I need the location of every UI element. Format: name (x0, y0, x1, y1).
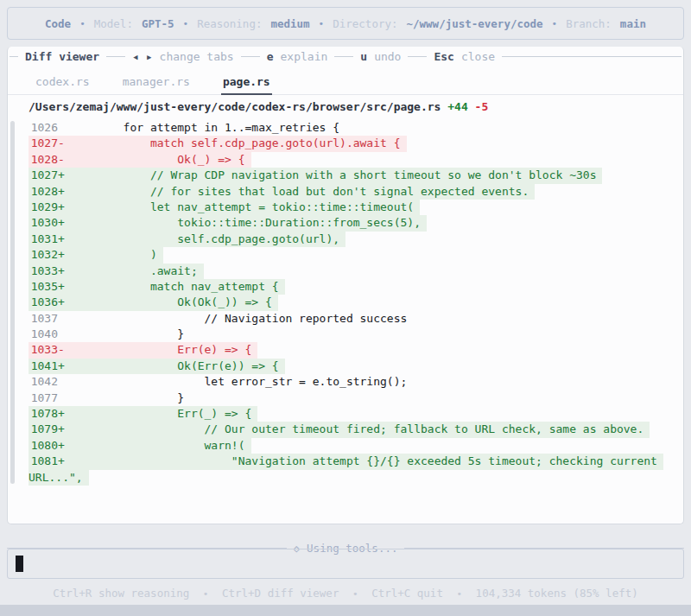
code-text: match self.cdp_page.goto(url).await { (69, 137, 401, 149)
code-text: .await; (69, 264, 198, 277)
line-number: 1032 (29, 247, 58, 263)
diff-viewer-title: Diff viewer (25, 50, 99, 63)
code-text: let nav_attempt = tokio::time::timeout( (69, 200, 414, 213)
file-path: /Users/zemaj/www/just-every/code/codex-r… (29, 100, 441, 113)
diff-line: 1029+ let nav_attempt = tokio::time::tim… (8, 200, 683, 215)
bullet-separator-icon: • (449, 588, 469, 600)
line-number: 1078 (29, 406, 58, 422)
border-dash (502, 56, 681, 57)
diff-line: 1037 // Navigation reported success (8, 311, 683, 327)
code-text: let error_str = e.to_string(); (69, 375, 407, 388)
border-dash (408, 56, 427, 57)
code-text: Ok(Ok(_)) => { (69, 295, 272, 308)
line-number: 1026 (29, 120, 58, 136)
border-dash (106, 56, 125, 57)
diff-sign: - (58, 342, 69, 358)
diff-sign: + (58, 264, 69, 279)
file-path-header: /Users/zemaj/www/just-every/code/codex-r… (8, 95, 683, 113)
code-text: URL...", (29, 471, 83, 484)
diff-viewer-panel: Diff viewer ◂ ▸ change tabs e explain u … (7, 47, 684, 524)
diff-line: 1081+ "Navigation attempt {}/{} exceeded… (8, 454, 683, 469)
tab-codex-rs[interactable]: codex.rs (34, 75, 92, 95)
line-number: 1080 (29, 438, 58, 454)
file-tabbar: codex.rs manager.rs page.rs (8, 66, 683, 95)
bullet-separator-icon: • (346, 588, 365, 600)
tab-manager-rs[interactable]: manager.rs (121, 75, 192, 95)
line-number: 1030 (29, 215, 58, 231)
bullet-separator-icon: • (319, 18, 325, 29)
diff-line: 1027- match self.cdp_page.goto(url).awai… (8, 136, 683, 151)
border-dash (10, 56, 18, 57)
change-tabs-key-icon: ◂ ▸ (132, 50, 152, 63)
code-text: Ok(Err(e)) => { (69, 359, 279, 372)
esc-key: Esc (434, 50, 453, 63)
line-number: 1031 (29, 232, 58, 247)
bullet-separator-icon: • (79, 18, 86, 29)
diff-line: 1036+ Ok(Ok(_)) => { (8, 295, 683, 310)
line-number: 1042 (29, 374, 58, 390)
show-reasoning-hint: Ctrl+R show reasoning (53, 587, 189, 600)
line-number: 1035 (29, 279, 58, 295)
diff-line: 1042 let error_str = e.to_string(); (8, 374, 683, 390)
line-number: 1081 (29, 454, 58, 469)
reasoning-label: Reasoning: (197, 17, 262, 30)
bullet-separator-icon: • (183, 18, 189, 29)
code-text: Ok(_) => { (69, 153, 245, 166)
explain-key: e (267, 50, 274, 63)
code-text: match nav_attempt { (69, 280, 279, 293)
diff-line: 1028+ // for sites that load but don't s… (8, 184, 683, 200)
diff-line: 1079+ // Our outer timeout fired; fallba… (8, 422, 683, 437)
code-text: self.cdp_page.goto(url), (69, 232, 339, 245)
line-number: 1028 (29, 152, 58, 168)
diff-line: 1078+ Err(_) => { (8, 406, 683, 422)
diff-line: 1031+ self.cdp_page.goto(url), (8, 232, 683, 247)
close-hint: close (461, 50, 495, 63)
line-number: 1027 (29, 168, 58, 183)
line-number: 1029 (29, 200, 58, 215)
diff-line: 1026 for attempt in 1..=max_retries { (8, 120, 683, 136)
tab-page-rs[interactable]: page.rs (221, 75, 272, 95)
diff-sign: + (58, 406, 69, 422)
bullet-separator-icon: • (196, 588, 216, 600)
text-cursor (16, 556, 23, 572)
directory-value: ~/www/just-every/code (407, 17, 543, 30)
diff-sign: - (58, 152, 69, 168)
line-number: 1077 (29, 391, 58, 406)
border-dash (241, 56, 260, 57)
token-usage: 104,334 tokens (85% left) (476, 587, 638, 600)
diff-sign: + (58, 295, 69, 310)
directory-label: Directory: (333, 17, 397, 30)
undo-hint: undo (374, 50, 401, 63)
code-text: tokio::time::Duration::from_secs(5), (69, 216, 421, 229)
code-text: Err(e) => { (69, 343, 251, 356)
diff-sign: + (58, 200, 69, 215)
diff-sign: - (58, 136, 69, 151)
line-number: 1041 (29, 359, 58, 374)
quit-hint: Ctrl+C quit (371, 587, 443, 600)
message-input[interactable] (7, 549, 684, 579)
code-text: warn!( (69, 439, 245, 452)
code-text: // Our outer timeout fired; fallback to … (69, 422, 643, 435)
bullet-separator-icon: • (552, 18, 558, 29)
diff-viewer-titlebar: Diff viewer ◂ ▸ change tabs e explain u … (8, 47, 683, 66)
line-number: 1033 (29, 342, 58, 358)
line-number: 1027 (29, 136, 58, 151)
app-name: Code (45, 17, 71, 30)
diff-sign: + (58, 279, 69, 295)
line-number: 1037 (29, 311, 58, 327)
diff-viewer-hint: Ctrl+D diff viewer (222, 587, 339, 600)
diff-line: 1035+ match nav_attempt { (8, 279, 683, 295)
diff-sign: + (58, 168, 69, 183)
diff-sign: + (58, 247, 69, 263)
undo-key: u (360, 50, 367, 63)
footer-hints: Ctrl+R show reasoning • Ctrl+D diff view… (0, 587, 691, 600)
code-text: // Navigation reported success (69, 312, 407, 325)
diff-line: 1040 } (8, 327, 683, 342)
line-number: 1033 (29, 264, 58, 279)
diff-scrollbar[interactable] (10, 121, 15, 484)
window-bottom-strip (0, 605, 691, 616)
diff-sign: + (58, 454, 69, 469)
diff-line: 1033- Err(e) => { (8, 342, 683, 358)
diff-line: 1080+ warn!( (8, 438, 683, 454)
reasoning-value: medium (270, 17, 309, 30)
